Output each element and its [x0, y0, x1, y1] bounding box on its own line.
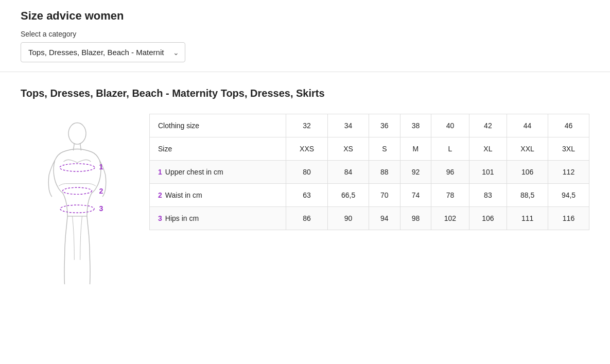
cell: 84	[328, 161, 369, 184]
cell: 94,5	[548, 184, 589, 207]
row-label-waist: 2Waist in cm	[150, 184, 286, 207]
row-number-1: 1	[158, 168, 162, 176]
section-title: Tops, Dresses, Blazer, Beach - Maternity…	[21, 88, 589, 99]
cell: S	[369, 137, 400, 161]
cell: XS	[328, 137, 369, 161]
table-row: 1Upper chest in cm 80 84 88 92 96 101 10…	[150, 161, 589, 184]
body-figure: 1 2 3	[21, 114, 134, 294]
cell: 116	[548, 207, 589, 230]
svg-point-5	[60, 205, 94, 213]
row-label-upper-chest: 1Upper chest in cm	[150, 161, 286, 184]
col-header-42: 42	[469, 114, 507, 137]
svg-point-0	[68, 123, 86, 145]
cell: 66,5	[328, 184, 369, 207]
cell: 83	[469, 184, 507, 207]
col-header-46: 46	[548, 114, 589, 137]
col-header-44: 44	[507, 114, 548, 137]
cell: 98	[400, 207, 431, 230]
svg-point-3	[60, 164, 95, 171]
row-label-size: Size	[150, 137, 286, 161]
row-number-2: 2	[158, 191, 162, 199]
cell: 111	[507, 207, 548, 230]
svg-text:1: 1	[99, 163, 103, 171]
cell: 94	[369, 207, 400, 230]
cell: 86	[286, 207, 327, 230]
cell: 70	[369, 184, 400, 207]
table-row: 2Waist in cm 63 66,5 70 74 78 83 88,5 94…	[150, 184, 589, 207]
table-row: Size XXS XS S M L XL XXL 3XL	[150, 137, 589, 161]
header-section: Size advice women Select a category Tops…	[0, 0, 610, 72]
svg-text:3: 3	[99, 204, 103, 213]
page-title: Size advice women	[21, 9, 589, 23]
cell: 3XL	[548, 137, 589, 161]
cell: 102	[431, 207, 469, 230]
table-wrapper: Clothing size 32 34 36 38 40 42 44 46	[149, 114, 589, 230]
col-header-34: 34	[328, 114, 369, 137]
cell: 106	[469, 207, 507, 230]
cell: 112	[548, 161, 589, 184]
table-header-row: Clothing size 32 34 36 38 40 42 44 46	[150, 114, 589, 137]
size-table: Clothing size 32 34 36 38 40 42 44 46	[149, 114, 589, 230]
table-row: 3Hips in cm 86 90 94 98 102 106 111 116	[150, 207, 589, 230]
row-number-3: 3	[158, 214, 162, 222]
cell: XXS	[286, 137, 327, 161]
cell: 96	[431, 161, 469, 184]
col-header-36: 36	[369, 114, 400, 137]
select-label: Select a category	[21, 30, 589, 38]
col-header-label: Clothing size	[150, 114, 286, 137]
cell: 101	[469, 161, 507, 184]
cell: 80	[286, 161, 327, 184]
cell: XXL	[507, 137, 548, 161]
cell: M	[400, 137, 431, 161]
svg-text:2: 2	[99, 187, 103, 195]
content-row: 1 2 3 Clothing size 32 34 36 38	[21, 114, 589, 294]
col-header-32: 32	[286, 114, 327, 137]
svg-point-4	[63, 187, 92, 194]
cell: L	[431, 137, 469, 161]
category-select-wrapper: Tops, Dresses, Blazer, Beach - Maternity…	[21, 42, 185, 62]
cell: 88,5	[507, 184, 548, 207]
row-label-hips: 3Hips in cm	[150, 207, 286, 230]
cell: 74	[400, 184, 431, 207]
col-header-40: 40	[431, 114, 469, 137]
category-select[interactable]: Tops, Dresses, Blazer, Beach - Maternity…	[21, 42, 185, 62]
cell: 78	[431, 184, 469, 207]
cell: 106	[507, 161, 548, 184]
cell: 63	[286, 184, 327, 207]
main-content: Tops, Dresses, Blazer, Beach - Maternity…	[0, 72, 610, 309]
body-figure-svg: 1 2 3	[31, 119, 124, 294]
page-wrapper: Size advice women Select a category Tops…	[0, 0, 610, 364]
col-header-38: 38	[400, 114, 431, 137]
cell: XL	[469, 137, 507, 161]
cell: 90	[328, 207, 369, 230]
cell: 92	[400, 161, 431, 184]
cell: 88	[369, 161, 400, 184]
